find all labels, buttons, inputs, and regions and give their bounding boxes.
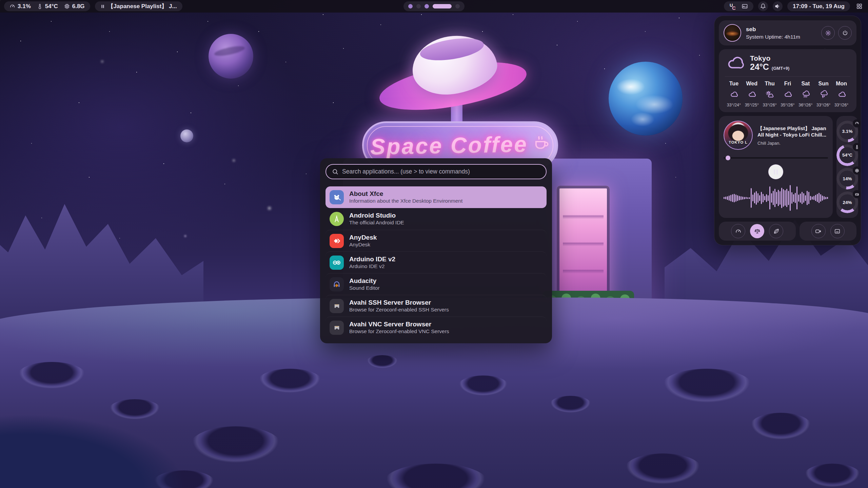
- pause-icon: [100, 4, 105, 9]
- power-icon: [842, 30, 848, 36]
- list-item-avahi-vnc[interactable]: Avahi VNC Server Browser Browse for Zero…: [326, 317, 547, 338]
- track-title: 【Japanese Playlist】 Japan All Night - To…: [757, 125, 828, 138]
- seek-bar[interactable]: [724, 156, 828, 160]
- earth-planet: [609, 62, 683, 136]
- weather-card: Tokyo 24°C (GMT+9) Tue 33°/24° Wed: [719, 49, 856, 112]
- memory-usage: 6.8G: [72, 3, 85, 10]
- list-item-android-studio[interactable]: Android Studio The official Android IDE: [326, 208, 547, 230]
- speedometer-icon: [735, 228, 742, 235]
- list-item-arduino[interactable]: Arduino IDE v2 Arduino IDE v2: [326, 251, 547, 273]
- arduino-icon: [330, 256, 344, 270]
- leaf-icon: [773, 228, 780, 235]
- balanced-mode-button[interactable]: [750, 224, 764, 238]
- volume-button[interactable]: [773, 1, 783, 11]
- xfce-mouse-icon: [330, 190, 344, 204]
- sun-cloud-icon: [761, 90, 779, 99]
- workspace-dot-occupied[interactable]: [408, 4, 413, 8]
- album-art[interactable]: TOKYO L: [724, 121, 753, 150]
- list-item-anydesk[interactable]: AnyDesk AnyDesk: [326, 230, 547, 251]
- keyboard-layout-icon[interactable]: U C: [729, 3, 737, 10]
- dashboard-grid-icon[interactable]: [856, 3, 863, 9]
- chip-icon: [64, 3, 70, 9]
- coffee-cup-icon: [532, 134, 550, 151]
- user-card: seb System Uptime: 4h11m: [719, 20, 856, 45]
- pause-button[interactable]: [768, 164, 783, 179]
- performance-mode-card: [719, 222, 796, 241]
- screenshot-button[interactable]: [830, 224, 845, 238]
- cpu-usage: 3.1%: [18, 3, 31, 10]
- chip-icon: [853, 166, 861, 175]
- cpu-temp: 54°C: [45, 3, 58, 10]
- system-gauges-card: 3.1% 54°C 14% 24%: [836, 116, 858, 218]
- track-subtitle: Chill Japan.: [757, 141, 828, 146]
- forecast-day: Sun 33°/26°: [814, 81, 832, 108]
- search-icon: [332, 168, 338, 175]
- seek-knob[interactable]: [726, 156, 730, 160]
- speedometer-icon: [853, 119, 861, 127]
- system-uptime: System Uptime: 4h11m: [746, 34, 800, 40]
- cloud-icon: [832, 90, 850, 99]
- forecast-day: Sat 36°/26°: [796, 81, 814, 108]
- list-item-avahi-ssh[interactable]: Avahi SSH Server Browser Browse for Zero…: [326, 295, 547, 317]
- android-studio-icon: [330, 212, 344, 226]
- user-name: seb: [746, 26, 800, 33]
- eco-mode-button[interactable]: [769, 224, 783, 238]
- weather-timezone: (GMT+9): [772, 66, 789, 71]
- purple-planet: [209, 34, 253, 79]
- workspace-dot-empty[interactable]: [416, 4, 421, 8]
- performance-mode-button[interactable]: [731, 224, 745, 238]
- app-list: About Xfce Information about the Xfce De…: [326, 186, 547, 338]
- panel-bottom-row: [719, 222, 856, 241]
- now-playing-label: 【Japanese Playlist】 J...: [108, 2, 177, 10]
- neon-sign-text: Space Coffee: [370, 131, 528, 160]
- forecast-day: Mon 33°/26°: [832, 81, 850, 108]
- forecast-row: Tue 33°/24° Wed 35°/25° Thu 33°/26° Fri: [725, 81, 850, 108]
- power-button[interactable]: [838, 26, 852, 40]
- top-bar: 3.1% 54°C 6.8G 【Japanese Playlist】 J... …: [0, 0, 868, 13]
- speedometer-icon: [9, 3, 15, 9]
- search-input[interactable]: Search applications... (use > to view co…: [326, 164, 547, 179]
- foreground-shadow: [0, 407, 264, 488]
- media-player-pill[interactable]: 【Japanese Playlist】 J...: [95, 1, 182, 11]
- clock[interactable]: 17:09 - Tue, 19 Aug: [787, 1, 850, 11]
- workspace-dot-active[interactable]: [433, 4, 452, 8]
- widget-panel: seb System Uptime: 4h11m Tokyo: [714, 16, 861, 245]
- workspace-dot-empty[interactable]: [455, 4, 460, 8]
- list-item-about-xfce[interactable]: About Xfce Information about the Xfce De…: [326, 186, 547, 208]
- giant-space-cup: [376, 29, 532, 117]
- notifications-button[interactable]: [758, 1, 768, 11]
- system-stats-pill[interactable]: 3.1% 54°C 6.8G: [4, 1, 90, 11]
- list-item-audacity[interactable]: Audacity Sound Editor: [326, 273, 547, 295]
- cpu-gauge: 3.1%: [836, 121, 858, 142]
- tray-pill: U C: [724, 1, 753, 11]
- weather-temp: 24°C: [750, 62, 769, 72]
- weather-city: Tokyo: [750, 54, 770, 62]
- divider: [725, 76, 850, 77]
- workspace-dot-occupied[interactable]: [425, 4, 429, 8]
- cloud-icon: [725, 90, 743, 99]
- cloud-icon: [743, 90, 761, 99]
- temp-gauge: 54°C: [836, 144, 858, 166]
- seek-track: [724, 157, 828, 159]
- settings-button[interactable]: [821, 26, 835, 40]
- screenshot-icon: [834, 228, 841, 235]
- wallpaper-icon[interactable]: [742, 3, 748, 9]
- gear-icon: [825, 30, 831, 36]
- network-port-icon: [330, 299, 344, 313]
- audacity-icon: [330, 277, 344, 291]
- music-row: TOKYO L 【Japanese Playlist】 Japan All Ni…: [719, 116, 856, 218]
- workspace-switcher[interactable]: [403, 1, 465, 11]
- app-launcher: Search applications... (use > to view co…: [320, 158, 552, 343]
- thermometer-icon: [37, 3, 43, 9]
- forecast-day: Wed 35°/25°: [743, 81, 761, 108]
- anydesk-icon: [330, 234, 344, 248]
- small-moon: [180, 129, 193, 142]
- storm-cloud-icon: [814, 90, 832, 99]
- screen-record-button[interactable]: [811, 224, 826, 238]
- video-camera-icon: [815, 228, 822, 235]
- avatar[interactable]: [724, 24, 741, 42]
- network-port-icon: [330, 321, 344, 335]
- disk-icon: [853, 190, 861, 198]
- music-player-card: TOKYO L 【Japanese Playlist】 Japan All Ni…: [719, 116, 833, 218]
- search-placeholder: Search applications... (use > to view co…: [342, 168, 470, 175]
